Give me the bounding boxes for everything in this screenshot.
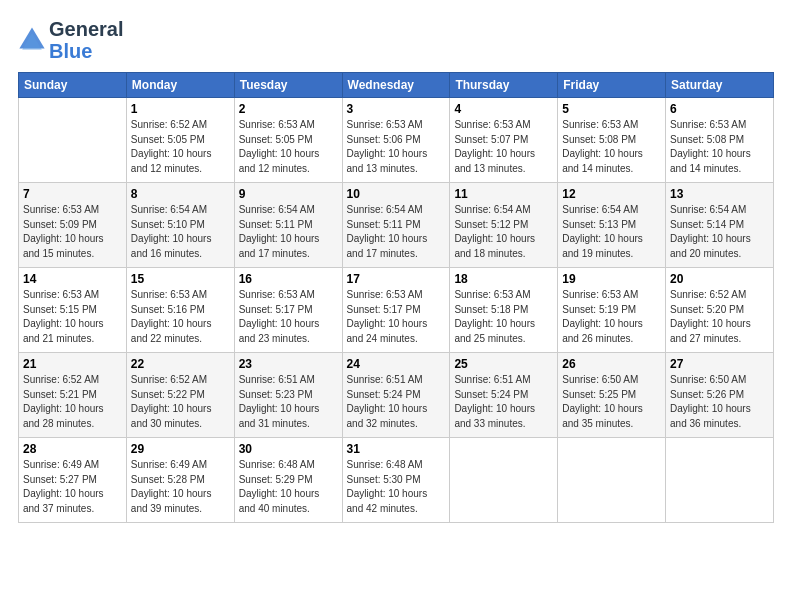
calendar-cell: 1Sunrise: 6:52 AMSunset: 5:05 PMDaylight… [126,98,234,183]
day-info: Sunrise: 6:51 AMSunset: 5:23 PMDaylight:… [239,373,338,431]
day-info: Sunrise: 6:54 AMSunset: 5:14 PMDaylight:… [670,203,769,261]
page: General Blue SundayMondayTuesdayWednesda… [0,0,792,612]
day-info: Sunrise: 6:53 AMSunset: 5:17 PMDaylight:… [239,288,338,346]
calendar-cell: 31Sunrise: 6:48 AMSunset: 5:30 PMDayligh… [342,438,450,523]
day-info: Sunrise: 6:53 AMSunset: 5:08 PMDaylight:… [562,118,661,176]
calendar-cell: 14Sunrise: 6:53 AMSunset: 5:15 PMDayligh… [19,268,127,353]
calendar-cell: 3Sunrise: 6:53 AMSunset: 5:06 PMDaylight… [342,98,450,183]
weekday-header-saturday: Saturday [666,73,774,98]
day-info: Sunrise: 6:52 AMSunset: 5:21 PMDaylight:… [23,373,122,431]
day-number: 25 [454,357,553,371]
weekday-header-sunday: Sunday [19,73,127,98]
calendar-cell: 30Sunrise: 6:48 AMSunset: 5:29 PMDayligh… [234,438,342,523]
day-number: 30 [239,442,338,456]
day-info: Sunrise: 6:53 AMSunset: 5:17 PMDaylight:… [347,288,446,346]
calendar-cell: 29Sunrise: 6:49 AMSunset: 5:28 PMDayligh… [126,438,234,523]
calendar-cell: 11Sunrise: 6:54 AMSunset: 5:12 PMDayligh… [450,183,558,268]
week-row-2: 14Sunrise: 6:53 AMSunset: 5:15 PMDayligh… [19,268,774,353]
calendar-table: SundayMondayTuesdayWednesdayThursdayFrid… [18,72,774,523]
weekday-header-monday: Monday [126,73,234,98]
day-info: Sunrise: 6:53 AMSunset: 5:15 PMDaylight:… [23,288,122,346]
logo: General Blue [18,18,123,62]
day-number: 3 [347,102,446,116]
day-info: Sunrise: 6:53 AMSunset: 5:07 PMDaylight:… [454,118,553,176]
calendar-cell: 21Sunrise: 6:52 AMSunset: 5:21 PMDayligh… [19,353,127,438]
calendar-cell: 27Sunrise: 6:50 AMSunset: 5:26 PMDayligh… [666,353,774,438]
calendar-cell: 25Sunrise: 6:51 AMSunset: 5:24 PMDayligh… [450,353,558,438]
day-number: 16 [239,272,338,286]
day-info: Sunrise: 6:53 AMSunset: 5:08 PMDaylight:… [670,118,769,176]
day-info: Sunrise: 6:49 AMSunset: 5:27 PMDaylight:… [23,458,122,516]
logo-text-line1: General [49,18,123,40]
day-number: 24 [347,357,446,371]
day-number: 19 [562,272,661,286]
day-info: Sunrise: 6:54 AMSunset: 5:11 PMDaylight:… [347,203,446,261]
header: General Blue [18,18,774,62]
day-info: Sunrise: 6:52 AMSunset: 5:20 PMDaylight:… [670,288,769,346]
calendar-cell: 17Sunrise: 6:53 AMSunset: 5:17 PMDayligh… [342,268,450,353]
calendar-cell: 28Sunrise: 6:49 AMSunset: 5:27 PMDayligh… [19,438,127,523]
calendar-cell: 18Sunrise: 6:53 AMSunset: 5:18 PMDayligh… [450,268,558,353]
day-number: 29 [131,442,230,456]
day-info: Sunrise: 6:54 AMSunset: 5:13 PMDaylight:… [562,203,661,261]
day-info: Sunrise: 6:53 AMSunset: 5:19 PMDaylight:… [562,288,661,346]
calendar-cell: 12Sunrise: 6:54 AMSunset: 5:13 PMDayligh… [558,183,666,268]
calendar-cell: 16Sunrise: 6:53 AMSunset: 5:17 PMDayligh… [234,268,342,353]
day-info: Sunrise: 6:51 AMSunset: 5:24 PMDaylight:… [347,373,446,431]
calendar-header-row: SundayMondayTuesdayWednesdayThursdayFrid… [19,73,774,98]
day-info: Sunrise: 6:54 AMSunset: 5:12 PMDaylight:… [454,203,553,261]
calendar-cell: 24Sunrise: 6:51 AMSunset: 5:24 PMDayligh… [342,353,450,438]
calendar-cell: 26Sunrise: 6:50 AMSunset: 5:25 PMDayligh… [558,353,666,438]
day-info: Sunrise: 6:48 AMSunset: 5:30 PMDaylight:… [347,458,446,516]
day-info: Sunrise: 6:48 AMSunset: 5:29 PMDaylight:… [239,458,338,516]
day-number: 28 [23,442,122,456]
calendar-cell: 6Sunrise: 6:53 AMSunset: 5:08 PMDaylight… [666,98,774,183]
weekday-header-wednesday: Wednesday [342,73,450,98]
week-row-3: 21Sunrise: 6:52 AMSunset: 5:21 PMDayligh… [19,353,774,438]
weekday-header-friday: Friday [558,73,666,98]
logo-icon [18,26,46,54]
day-number: 26 [562,357,661,371]
day-info: Sunrise: 6:51 AMSunset: 5:24 PMDaylight:… [454,373,553,431]
calendar-cell: 8Sunrise: 6:54 AMSunset: 5:10 PMDaylight… [126,183,234,268]
day-number: 7 [23,187,122,201]
day-number: 4 [454,102,553,116]
day-info: Sunrise: 6:53 AMSunset: 5:06 PMDaylight:… [347,118,446,176]
day-info: Sunrise: 6:49 AMSunset: 5:28 PMDaylight:… [131,458,230,516]
calendar-cell: 13Sunrise: 6:54 AMSunset: 5:14 PMDayligh… [666,183,774,268]
day-number: 2 [239,102,338,116]
day-number: 13 [670,187,769,201]
calendar-cell: 10Sunrise: 6:54 AMSunset: 5:11 PMDayligh… [342,183,450,268]
week-row-4: 28Sunrise: 6:49 AMSunset: 5:27 PMDayligh… [19,438,774,523]
day-number: 11 [454,187,553,201]
calendar-cell: 2Sunrise: 6:53 AMSunset: 5:05 PMDaylight… [234,98,342,183]
day-number: 6 [670,102,769,116]
week-row-1: 7Sunrise: 6:53 AMSunset: 5:09 PMDaylight… [19,183,774,268]
day-number: 9 [239,187,338,201]
day-number: 14 [23,272,122,286]
day-number: 20 [670,272,769,286]
calendar-cell: 22Sunrise: 6:52 AMSunset: 5:22 PMDayligh… [126,353,234,438]
day-number: 22 [131,357,230,371]
calendar-cell: 5Sunrise: 6:53 AMSunset: 5:08 PMDaylight… [558,98,666,183]
day-number: 10 [347,187,446,201]
day-info: Sunrise: 6:53 AMSunset: 5:05 PMDaylight:… [239,118,338,176]
day-number: 15 [131,272,230,286]
day-number: 5 [562,102,661,116]
day-info: Sunrise: 6:53 AMSunset: 5:16 PMDaylight:… [131,288,230,346]
calendar-cell: 19Sunrise: 6:53 AMSunset: 5:19 PMDayligh… [558,268,666,353]
day-number: 17 [347,272,446,286]
weekday-header-tuesday: Tuesday [234,73,342,98]
day-number: 23 [239,357,338,371]
calendar-cell [558,438,666,523]
day-number: 8 [131,187,230,201]
day-number: 12 [562,187,661,201]
calendar-cell: 15Sunrise: 6:53 AMSunset: 5:16 PMDayligh… [126,268,234,353]
day-info: Sunrise: 6:54 AMSunset: 5:10 PMDaylight:… [131,203,230,261]
day-info: Sunrise: 6:52 AMSunset: 5:05 PMDaylight:… [131,118,230,176]
day-info: Sunrise: 6:54 AMSunset: 5:11 PMDaylight:… [239,203,338,261]
calendar-cell [666,438,774,523]
calendar-cell: 20Sunrise: 6:52 AMSunset: 5:20 PMDayligh… [666,268,774,353]
week-row-0: 1Sunrise: 6:52 AMSunset: 5:05 PMDaylight… [19,98,774,183]
calendar-cell: 23Sunrise: 6:51 AMSunset: 5:23 PMDayligh… [234,353,342,438]
